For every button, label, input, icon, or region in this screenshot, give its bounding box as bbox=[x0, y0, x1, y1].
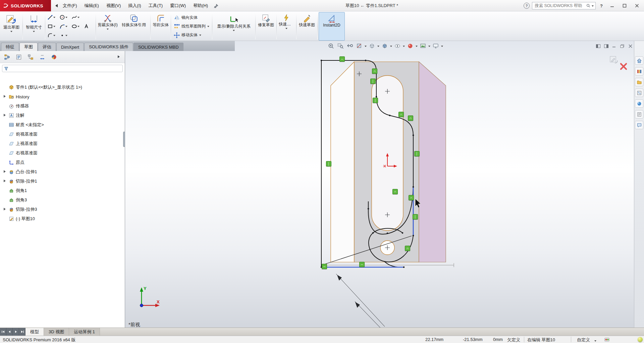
relations-caret[interactable] bbox=[233, 30, 235, 32]
zoom-to-area-button[interactable] bbox=[336, 42, 344, 50]
tab-features[interactable]: 特征 bbox=[1, 43, 19, 51]
sketch-relation-badge[interactable]: ∩ bbox=[398, 112, 404, 117]
zoom-to-fit-button[interactable] bbox=[327, 42, 335, 50]
resources-ball-icon[interactable] bbox=[638, 337, 643, 342]
exit-sketch-button[interactable]: 退出草图 bbox=[1, 12, 21, 41]
ellipse-caret[interactable] bbox=[77, 26, 79, 28]
dimxpert-manager-tab[interactable] bbox=[38, 53, 47, 61]
smart-dimension-button[interactable]: 智能尺寸 bbox=[24, 12, 44, 41]
feature-manager-tab[interactable] bbox=[3, 53, 11, 61]
tab-dimxpert[interactable]: DimXpert bbox=[56, 43, 84, 51]
line-caret[interactable] bbox=[53, 17, 55, 19]
tree-item-right-plane[interactable]: 右视基准面 bbox=[0, 148, 125, 158]
view-settings-caret[interactable] bbox=[441, 46, 443, 48]
model-faces[interactable] bbox=[331, 62, 446, 262]
confirm-exit-sketch-icon[interactable] bbox=[609, 54, 619, 65]
move-entities-button[interactable]: 移动实体 bbox=[172, 31, 211, 40]
rapid-sketch-button[interactable]: 快速草图 bbox=[298, 12, 316, 41]
sketch-relation-badge[interactable]: │ bbox=[326, 161, 331, 166]
search-input[interactable] bbox=[534, 3, 585, 8]
quick-snaps-button[interactable]: 快速捕捉 bbox=[278, 12, 295, 41]
doc-close-button[interactable] bbox=[627, 43, 634, 49]
section-view-caret[interactable] bbox=[365, 46, 367, 48]
previous-tab-button[interactable] bbox=[6, 328, 13, 336]
spline-tool[interactable] bbox=[70, 13, 83, 22]
maximize-button[interactable] bbox=[620, 2, 630, 9]
rectangle-caret[interactable] bbox=[53, 26, 55, 28]
sketch-relation-badge[interactable]: ─ bbox=[359, 262, 365, 267]
confirm-cancel-icon[interactable] bbox=[620, 62, 628, 71]
move-entities-caret[interactable] bbox=[199, 35, 201, 37]
offset-entities-button[interactable]: 等距实体 bbox=[152, 12, 170, 41]
quick-tips-toggle-icon[interactable] bbox=[604, 337, 609, 343]
panel-flyout-arrow[interactable] bbox=[117, 54, 122, 60]
menu-file[interactable]: 文件(F) bbox=[59, 2, 81, 10]
tree-item-annotations[interactable]: 注解 bbox=[0, 111, 125, 120]
tree-item-boss-extrude1[interactable]: 凸台-拉伸1 bbox=[0, 167, 125, 177]
panel-splitter-handle[interactable] bbox=[123, 132, 125, 147]
fillet-caret[interactable] bbox=[53, 35, 55, 37]
view-palette-tab[interactable] bbox=[635, 89, 643, 97]
apply-scene-button[interactable] bbox=[419, 42, 427, 50]
section-view-button[interactable] bbox=[355, 42, 363, 50]
expand-arrow-icon[interactable] bbox=[3, 179, 7, 183]
tree-item-sketch10[interactable]: (-) 草图10 bbox=[0, 214, 125, 224]
text-tool[interactable] bbox=[83, 22, 95, 31]
doc-restore-button[interactable] bbox=[619, 43, 626, 49]
tab-addins[interactable]: SOLIDWORKS 插件 bbox=[84, 43, 133, 51]
expand-arrow-icon[interactable] bbox=[3, 207, 7, 211]
appearances-scenes-tab[interactable] bbox=[635, 99, 643, 108]
menu-help[interactable]: 帮助(H) bbox=[190, 2, 212, 10]
last-tab-button[interactable] bbox=[19, 328, 25, 336]
tree-item-history[interactable]: History bbox=[0, 92, 125, 101]
minimize-button[interactable] bbox=[607, 2, 617, 9]
trim-entities-button[interactable]: 剪裁实体(I) bbox=[97, 12, 118, 41]
search-icon[interactable] bbox=[586, 4, 590, 8]
first-tab-button[interactable] bbox=[0, 328, 6, 336]
custom-properties-tab[interactable] bbox=[635, 110, 643, 118]
menu-tools[interactable]: 工具(T) bbox=[145, 2, 167, 10]
circle-caret[interactable] bbox=[65, 17, 67, 19]
tab-3d-views[interactable]: 3D 视图 bbox=[44, 328, 69, 336]
expand-arrow-icon[interactable] bbox=[3, 170, 7, 174]
sketch-relation-badge[interactable]: ─ bbox=[339, 56, 345, 62]
tree-item-sensors[interactable]: 传感器 bbox=[0, 101, 125, 111]
tab-sketch[interactable]: 草图 bbox=[19, 43, 38, 51]
menu-edit[interactable]: 编辑(E) bbox=[81, 2, 103, 10]
view-settings-button[interactable] bbox=[432, 42, 440, 50]
pane-right-button[interactable] bbox=[603, 43, 609, 49]
mirror-entities-button[interactable]: 镜向实体 bbox=[172, 13, 211, 22]
sketch-relation-badge[interactable]: │ bbox=[413, 214, 418, 219]
rectangle-tool[interactable] bbox=[46, 22, 58, 31]
instant2d-toggle[interactable]: Instant2D bbox=[319, 12, 345, 41]
help-circle-icon[interactable]: ? bbox=[524, 3, 530, 9]
sketch-relation-badge[interactable]: ─ bbox=[322, 264, 327, 269]
edit-appearance-button[interactable] bbox=[406, 42, 414, 50]
point-tool[interactable] bbox=[58, 31, 70, 40]
line-tool[interactable] bbox=[46, 13, 58, 22]
pane-left-button[interactable] bbox=[595, 43, 601, 49]
tree-item-material[interactable]: 材质 <未指定> bbox=[0, 120, 125, 130]
view-orientation-caret[interactable] bbox=[377, 46, 379, 48]
spline-caret[interactable] bbox=[77, 17, 79, 19]
display-manager-tab[interactable] bbox=[50, 53, 58, 61]
display-delete-relations-button[interactable]: 显示/删除几何关系 bbox=[213, 12, 254, 41]
tree-item-front-plane[interactable]: 前视基准面 bbox=[0, 130, 125, 139]
trim-caret[interactable] bbox=[107, 29, 109, 31]
tree-item-chamfer1[interactable]: 倒角1 bbox=[0, 186, 125, 195]
sketch-relation-badge[interactable]: ∩ bbox=[372, 68, 377, 74]
collapse-menu-icon[interactable] bbox=[54, 4, 58, 7]
previous-view-button[interactable] bbox=[346, 42, 354, 50]
linear-sketch-pattern-button[interactable]: 线性草图阵列 bbox=[172, 22, 211, 31]
quick-snaps-caret[interactable] bbox=[285, 28, 287, 30]
expand-arrow-icon[interactable] bbox=[3, 113, 7, 117]
edit-appearance-caret[interactable] bbox=[416, 46, 418, 48]
design-library-tab[interactable] bbox=[635, 67, 643, 76]
configuration-manager-tab[interactable] bbox=[26, 53, 35, 61]
pin-menu-icon[interactable] bbox=[214, 3, 219, 8]
menu-insert[interactable]: 插入(I) bbox=[124, 2, 145, 10]
expand-arrow-icon[interactable] bbox=[3, 95, 7, 99]
display-style-button[interactable] bbox=[381, 42, 389, 50]
custom-selector-caret[interactable] bbox=[594, 340, 596, 343]
apply-scene-caret[interactable] bbox=[428, 46, 430, 48]
